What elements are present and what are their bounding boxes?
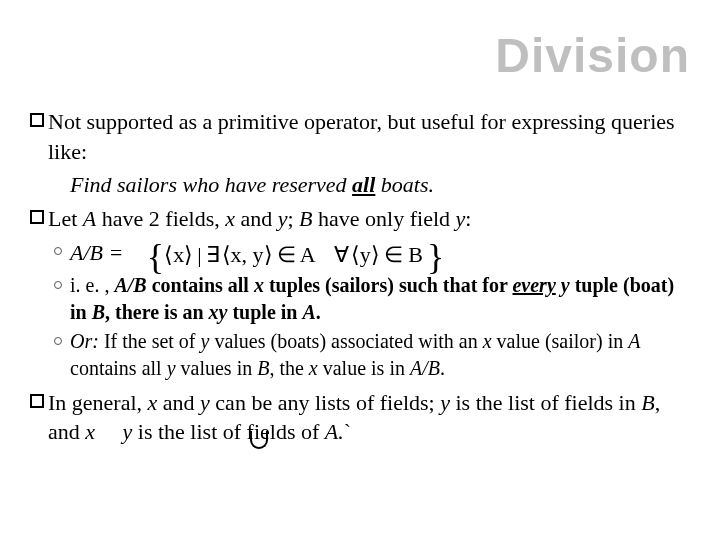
var-B: B (299, 206, 312, 231)
var-x: x (148, 390, 158, 415)
langle-icon: ⟨ (164, 240, 173, 270)
square-bullet-icon (30, 113, 44, 127)
t: is the list of fields in (450, 390, 641, 415)
var-AB: A/B (410, 357, 440, 379)
circle-bullet-icon (54, 281, 62, 289)
var-y: y (456, 206, 466, 231)
t: tuples (sailors) such that for (264, 274, 513, 296)
rbrace-icon: } (427, 247, 444, 267)
t: In general, (48, 390, 148, 415)
bullet-3-text: In general, x and y can be any lists of … (48, 388, 690, 447)
text: boats. (375, 172, 434, 197)
var-B: B (92, 301, 105, 323)
sub-bullet-ab-def: A/B = { ⟨x⟩ | ∃ ⟨x, y⟩ ∈ A ∀ ⟨y⟩ ∈ B } (54, 238, 690, 270)
var-A: A (628, 330, 640, 352)
var-x: x (225, 206, 235, 231)
t: values (boats) associated with an (209, 330, 482, 352)
sub-bullet-ie: i. e. , A/B contains all x tuples (sailo… (54, 272, 690, 326)
set-expression: { ⟨x⟩ | ∃ ⟨x, y⟩ ∈ A ∀ ⟨y⟩ ∈ B } (147, 240, 444, 270)
langle-icon: ⟨ (351, 240, 360, 270)
t: value is in (318, 357, 410, 379)
t: value (sailor) in (492, 330, 629, 352)
var-B: B (641, 390, 654, 415)
slide-body: Not supported as a primitive operator, b… (30, 107, 690, 447)
rangle-icon: ⟩ (264, 240, 273, 270)
var-A: A (83, 206, 96, 231)
var-xy: x, y (231, 240, 264, 270)
text-all: all (352, 172, 375, 197)
union-icon (250, 431, 268, 449)
bar-icon: | (197, 240, 201, 270)
t: . (440, 357, 445, 379)
var-y: y (123, 419, 133, 444)
lbrace-icon: { (147, 247, 164, 267)
var-y: y (200, 390, 210, 415)
var-y: y (440, 390, 450, 415)
bullet-1: Not supported as a primitive operator, b… (30, 107, 690, 166)
t: have 2 fields, (96, 206, 225, 231)
rangle-icon: ⟩ (371, 240, 380, 270)
var-x: x (173, 240, 184, 270)
var-A: A. (325, 419, 344, 444)
var-x: x (254, 274, 264, 296)
var-x: x (309, 357, 318, 379)
or-label: Or: (70, 330, 99, 352)
t: and (157, 390, 200, 415)
t: i. e. , (70, 274, 114, 296)
rangle-icon: ⟩ (184, 240, 193, 270)
circle-bullet-icon (54, 247, 62, 255)
var-x: x (85, 419, 95, 444)
t: contains all (147, 274, 254, 296)
sub-bullet-or: Or: If the set of y values (boats) assoc… (54, 328, 690, 382)
t: values in (176, 357, 258, 379)
text-every: every (512, 274, 555, 296)
in-B: ∈ B (384, 240, 423, 270)
var-y: y (167, 357, 176, 379)
t: tuple in (227, 301, 302, 323)
bullet-2: Let A have 2 fields, x and y; B have onl… (30, 204, 690, 234)
t: can be any lists of fields; (210, 390, 440, 415)
forall-icon: ∀ (334, 240, 349, 270)
t: ` (344, 419, 351, 444)
t: : (465, 206, 471, 231)
t (95, 419, 101, 444)
ab-label: A/B = (70, 240, 123, 265)
in-A: ∈ A (277, 240, 316, 270)
ab-def-text: A/B = { ⟨x⟩ | ∃ ⟨x, y⟩ ∈ A ∀ ⟨y⟩ ∈ B } (70, 238, 690, 270)
langle-icon: ⟨ (222, 240, 231, 270)
circle-bullet-icon (54, 337, 62, 345)
square-bullet-icon (30, 210, 44, 224)
var-y: y (561, 274, 570, 296)
square-bullet-icon (30, 394, 44, 408)
ie-text: i. e. , A/B contains all x tuples (sailo… (70, 272, 690, 326)
t: , there is an (105, 301, 209, 323)
var-A: A (302, 301, 315, 323)
t: and (235, 206, 278, 231)
exists-icon: ∃ (206, 240, 220, 270)
t: , the (269, 357, 308, 379)
t: ; (287, 206, 299, 231)
bullet-2-text: Let A have 2 fields, x and y; B have onl… (48, 204, 690, 234)
t: Let (48, 206, 83, 231)
var-B: B (257, 357, 269, 379)
t: is the list of fields of (132, 419, 324, 444)
bullet-3: In general, x and y can be any lists of … (30, 388, 690, 447)
bullet-1-example: Find sailors who have reserved all boats… (70, 170, 690, 200)
var-y: y (360, 240, 371, 270)
var-x: x (483, 330, 492, 352)
text: Not supported as a primitive operator, b… (48, 109, 675, 164)
or-text: Or: If the set of y values (boats) assoc… (70, 328, 690, 382)
t: have only field (313, 206, 456, 231)
var-xy: xy (209, 301, 228, 323)
t: . (316, 301, 321, 323)
bullet-1-text: Not supported as a primitive operator, b… (48, 107, 690, 166)
t: If the set of (99, 330, 201, 352)
text: Find sailors who have reserved (70, 172, 352, 197)
t: contains all (70, 357, 167, 379)
var-AB: A/B (114, 274, 146, 296)
slide-title: Division (30, 28, 690, 83)
